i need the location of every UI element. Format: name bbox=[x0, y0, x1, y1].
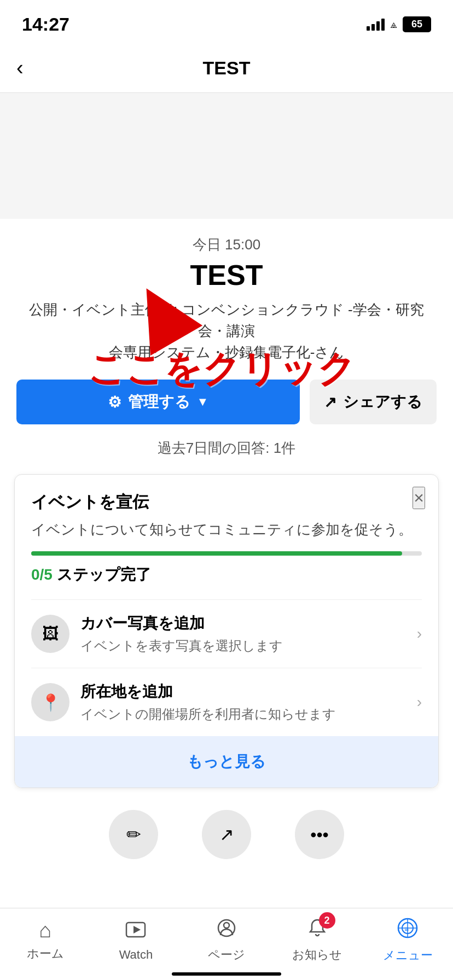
back-button[interactable]: ‹ bbox=[16, 56, 24, 80]
promo-title: イベントを宣伝 bbox=[31, 491, 422, 514]
nav-bar: ‹ TEST bbox=[0, 44, 453, 93]
manage-icon: ⚙ bbox=[108, 393, 121, 411]
dropdown-icon: ▼ bbox=[197, 395, 209, 409]
chevron-right-icon-2: › bbox=[417, 693, 422, 711]
nav-label-watch: Watch bbox=[119, 948, 153, 962]
share-icon: ↗ bbox=[324, 393, 336, 411]
progress-bar-fill bbox=[31, 551, 402, 556]
promo-close-button[interactable]: × bbox=[413, 487, 425, 509]
hero-image bbox=[0, 93, 453, 219]
share-action-button[interactable]: ↗ bbox=[202, 810, 251, 859]
step-cover-photo[interactable]: 🖼 カバー写真を追加 イベントを表す写真を選択します › bbox=[31, 599, 422, 668]
event-info: 今日 15:00 TEST 公開・イベント主催者: コンベンションクラウド -学… bbox=[0, 219, 453, 363]
nav-title: TEST bbox=[203, 57, 251, 79]
nav-label-pages: ページ bbox=[208, 947, 245, 963]
nav-item-pages[interactable]: ページ bbox=[194, 918, 259, 963]
nav-item-notifications[interactable]: 2 お知らせ bbox=[284, 918, 350, 963]
steps-complete-label: 0/5 ステップ完了 bbox=[31, 564, 422, 585]
status-icons: ⟁ 65 bbox=[367, 16, 431, 32]
svg-text:≡: ≡ bbox=[404, 925, 409, 934]
svg-marker-1 bbox=[133, 926, 141, 934]
share-action-icon: ↗ bbox=[219, 824, 234, 845]
cover-photo-label: カバー写真を追加 bbox=[80, 613, 406, 634]
more-icon: ••• bbox=[310, 825, 329, 845]
stats-row: 過去7日間の回答: 1件 bbox=[0, 424, 453, 463]
location-icon: 📍 bbox=[31, 683, 69, 721]
bottom-quick-actions: ✏ ↗ ••• bbox=[0, 794, 453, 865]
nav-item-home[interactable]: ⌂ ホーム bbox=[13, 919, 78, 962]
signal-icon bbox=[367, 18, 385, 31]
see-more-button[interactable]: もっと見る bbox=[15, 736, 438, 788]
pages-icon bbox=[216, 918, 237, 943]
bottom-nav: ⌂ ホーム Watch ページ bbox=[0, 908, 453, 980]
promo-description: イベントについて知らせてコミュニティに参加を促そう。 bbox=[31, 519, 422, 540]
nav-item-watch[interactable]: Watch bbox=[103, 919, 169, 962]
location-label: 所在地を追加 bbox=[80, 681, 406, 702]
edit-icon: ✏ bbox=[126, 824, 141, 845]
promo-card: × イベントを宣伝 イベントについて知らせてコミュニティに参加を促そう。 0/5… bbox=[14, 474, 439, 788]
home-icon: ⌂ bbox=[39, 919, 51, 942]
wifi-icon: ⟁ bbox=[390, 17, 397, 31]
cover-photo-sublabel: イベントを表す写真を選択します bbox=[80, 637, 406, 655]
nav-item-menu[interactable]: ≡ メニュー bbox=[375, 917, 440, 964]
status-bar: 14:27 ⟁ 65 bbox=[0, 0, 453, 44]
more-button[interactable]: ••• bbox=[295, 810, 344, 859]
notification-badge: 2 bbox=[319, 912, 335, 929]
status-time: 14:27 bbox=[22, 14, 69, 35]
step-location[interactable]: 📍 所在地を追加 イベントの開催場所を利用者に知らせます › bbox=[31, 668, 422, 736]
nav-label-menu: メニュー bbox=[383, 947, 433, 964]
edit-button[interactable]: ✏ bbox=[109, 810, 158, 859]
home-indicator bbox=[172, 972, 281, 976]
location-sublabel: イベントの開催場所を利用者に知らせます bbox=[80, 705, 406, 723]
progress-bar-background bbox=[31, 551, 422, 556]
action-buttons: ⚙ 管理する ▼ ↗ シェアする bbox=[0, 363, 453, 424]
cover-photo-icon: 🖼 bbox=[31, 615, 69, 653]
menu-icon: ≡ bbox=[397, 917, 419, 944]
event-title: TEST bbox=[16, 259, 437, 291]
watch-icon bbox=[125, 919, 146, 944]
manage-button[interactable]: ⚙ 管理する ▼ bbox=[16, 380, 300, 424]
event-datetime: 今日 15:00 bbox=[16, 235, 437, 254]
battery-icon: 65 bbox=[403, 16, 431, 32]
nav-label-home: ホーム bbox=[27, 946, 64, 962]
share-button[interactable]: ↗ シェアする bbox=[310, 380, 437, 424]
chevron-right-icon: › bbox=[417, 625, 422, 643]
event-organizer: 公開・イベント主催者: コンベンションクラウド -学会・研究会・講演 会専用シス… bbox=[16, 299, 437, 363]
svg-point-3 bbox=[224, 923, 229, 928]
nav-label-notifications: お知らせ bbox=[292, 947, 342, 963]
